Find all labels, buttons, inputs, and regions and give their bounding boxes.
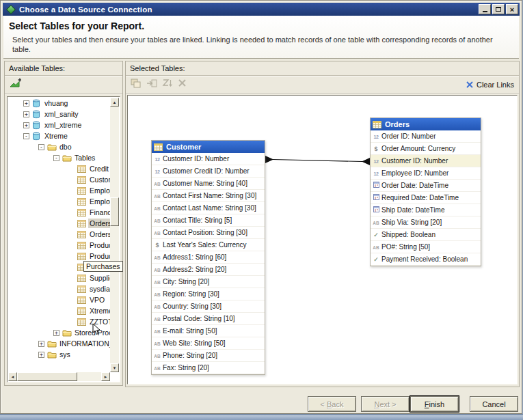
tree-item-sys[interactable]: +sys: [8, 349, 110, 360]
tree-expand-toggle[interactable]: -: [53, 155, 62, 161]
tree-expand-toggle[interactable]: -: [23, 133, 32, 139]
field-row-web-site[interactable]: ABWeb Site: String [50]: [152, 337, 265, 350]
field-row-payment-received[interactable]: ✓Payment Received: Boolean: [371, 253, 481, 266]
tree-expand-toggle[interactable]: +: [53, 330, 62, 336]
tree-item-vpo[interactable]: VPO: [8, 294, 110, 305]
tree-item-financia[interactable]: Financia: [8, 207, 110, 218]
minus-collapse-icon[interactable]: -: [38, 144, 44, 150]
field-row-po-[interactable]: ABPO#: String [50]: [371, 241, 481, 253]
field-row-fax[interactable]: ABFax: String [20]: [152, 362, 265, 374]
maximize-button[interactable]: [492, 4, 505, 14]
field-row-contact-last-name[interactable]: ABContact Last Name: String [30]: [152, 202, 265, 214]
cancel-button[interactable]: Cancel: [470, 396, 518, 412]
field-row-postal-code[interactable]: ABPostal Code: String [10]: [152, 313, 265, 325]
tree-item-xtreme[interactable]: -Xtreme: [8, 130, 110, 141]
field-row-order-id[interactable]: 12Order ID: Number: [371, 130, 481, 143]
auto-link-icon[interactable]: [146, 79, 157, 91]
field-row-country[interactable]: ABCountry: String [30]: [152, 300, 265, 313]
field-row-e-mail[interactable]: ABE-mail: String [50]: [152, 325, 265, 337]
tree-expand-toggle[interactable]: +: [23, 100, 32, 107]
tree-item-credit[interactable]: Credit: [8, 163, 110, 174]
tree-expand-toggle[interactable]: -: [38, 144, 47, 150]
back-button: < Back: [308, 396, 356, 412]
tree-item-sysdiagr[interactable]: sysdiagr: [8, 283, 110, 294]
field-row-required-date[interactable]: Required Date: DateTime: [371, 192, 481, 204]
scroll-right-icon[interactable]: ►: [101, 372, 110, 381]
tree-item-custome[interactable]: Custome: [8, 174, 110, 185]
field-row-city[interactable]: ABCity: String [20]: [152, 276, 265, 288]
plus-expand-icon[interactable]: +: [23, 122, 29, 128]
delete-link-icon[interactable]: [178, 79, 187, 91]
field-row-contact-position[interactable]: ABContact Position: String [30]: [152, 227, 265, 239]
minus-collapse-icon[interactable]: -: [53, 155, 59, 161]
link-canvas[interactable]: Customer12Customer ID: Number12Customer …: [127, 95, 518, 384]
field-row-contact-title[interactable]: ABContact Title: String [5]: [152, 214, 265, 227]
plus-expand-icon[interactable]: +: [38, 341, 44, 347]
vertical-scroll-thumb[interactable]: [110, 197, 119, 226]
field-row-order-amount[interactable]: $Order Amount: Currency: [371, 143, 481, 155]
tree-vertical-scrollbar[interactable]: ▲ ▼: [110, 98, 119, 372]
tree-item-dbo[interactable]: -dbo: [8, 141, 110, 152]
field-row-shipped[interactable]: ✓Shipped: Boolean: [371, 229, 481, 241]
tree-item-xtreme-i[interactable]: Xtreme I: [8, 305, 110, 316]
scroll-left-icon[interactable]: ◄: [8, 372, 17, 381]
field-row-contact-first-name[interactable]: ABContact First Name: String [30]: [152, 190, 265, 202]
close-button[interactable]: ×: [506, 4, 518, 14]
field-row-last-year-s-sales[interactable]: $Last Year's Sales: Currency: [152, 239, 265, 251]
table-box-orders[interactable]: Orders12Order ID: Number$Order Amount: C…: [370, 117, 481, 266]
tree-item-vhuang[interactable]: +vhuang: [8, 98, 110, 109]
field-row-employee-id[interactable]: 12Employee ID: Number: [371, 167, 481, 180]
field-row-address2[interactable]: ABAddress2: String [20]: [152, 264, 265, 276]
tree-item-orders-d[interactable]: Orders D: [8, 229, 110, 240]
plus-expand-icon[interactable]: +: [23, 111, 29, 117]
minus-collapse-icon[interactable]: -: [23, 133, 29, 139]
field-row-ship-date[interactable]: Ship Date: DateTime: [371, 204, 481, 216]
table-icon: [77, 307, 88, 315]
scroll-up-icon[interactable]: ▲: [110, 98, 119, 107]
tree-item-orders[interactable]: Orders: [8, 218, 110, 229]
plus-expand-icon[interactable]: +: [38, 352, 44, 358]
tree-item-product[interactable]: Product: [8, 240, 110, 251]
field-row-region[interactable]: ABRegion: String [30]: [152, 288, 265, 300]
field-row-order-date[interactable]: Order Date: DateTime: [371, 180, 481, 192]
tree-item-xml-sanity[interactable]: +xml_sanity: [8, 109, 110, 120]
tree-item-employe[interactable]: Employe: [8, 185, 110, 196]
tree-item-employe[interactable]: Employe: [8, 196, 110, 207]
field-row-phone[interactable]: ABPhone: String [20]: [152, 350, 265, 362]
field-row-address1[interactable]: ABAddress1: String [60]: [152, 251, 265, 264]
tree-expand-toggle[interactable]: +: [23, 122, 32, 128]
table-grid-icon: [373, 121, 381, 128]
table-header-orders[interactable]: Orders: [371, 118, 481, 130]
tree-item-tables[interactable]: -Tables: [8, 152, 110, 163]
tree-item-supplier[interactable]: Supplier: [8, 272, 110, 283]
clear-links-button[interactable]: Clear Links: [466, 81, 514, 89]
tree-expand-toggle[interactable]: +: [23, 111, 32, 117]
tree-item-label: Tables: [73, 153, 96, 163]
titlebar[interactable]: Choose a Data Source Connection ×: [3, 3, 520, 16]
field-row-ship-via[interactable]: ABShip Via: String [20]: [371, 216, 481, 229]
tree-horizontal-scrollbar[interactable]: ◄ ►: [8, 372, 110, 381]
table-box-customer[interactable]: Customer12Customer ID: Number12Customer …: [151, 140, 265, 375]
finish-button[interactable]: Finish: [410, 396, 459, 412]
table-header-customer[interactable]: Customer: [152, 141, 265, 153]
tree-item-product[interactable]: Product: [8, 251, 110, 262]
field-row-customer-id[interactable]: 12Customer ID: Number: [152, 153, 265, 165]
add-connection-icon[interactable]: [10, 78, 21, 91]
tree-item-xml-xtreme[interactable]: +xml_xtreme: [8, 120, 110, 130]
order-links-icon[interactable]: [162, 79, 173, 91]
field-row-customer-credit-id[interactable]: 12Customer Credit ID: Number: [152, 165, 265, 178]
tree-item-information[interactable]: +INFORMATION_: [8, 338, 110, 349]
tree-expand-toggle[interactable]: +: [38, 352, 47, 358]
plus-expand-icon[interactable]: +: [53, 330, 59, 336]
minimize-button[interactable]: [479, 4, 491, 14]
add-table-icon[interactable]: [131, 79, 142, 91]
tree-expand-toggle[interactable]: +: [38, 341, 47, 347]
plus-expand-icon[interactable]: +: [23, 100, 29, 107]
field-row-customer-id[interactable]: 12Customer ID: Number: [371, 155, 481, 167]
horizontal-scroll-thumb[interactable]: [17, 372, 77, 381]
field-label: Contact Title: String [5]: [163, 216, 232, 224]
field-row-customer-name[interactable]: ABCustomer Name: String [40]: [152, 178, 265, 190]
scroll-down-icon[interactable]: ▼: [110, 363, 119, 372]
mouse-cursor: [92, 324, 101, 339]
tree-item-label: Product: [88, 251, 110, 261]
